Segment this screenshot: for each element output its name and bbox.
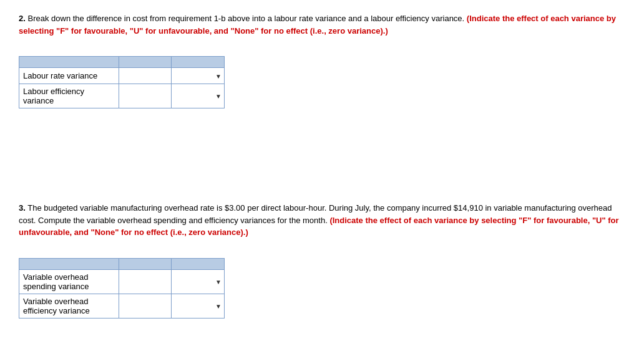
- variable-overhead-spending-label: Variable overhead spending variance: [19, 269, 119, 294]
- labour-efficiency-variance-label: Labour efficiency variance: [19, 84, 119, 108]
- table-header-row: [19, 57, 225, 68]
- question-3-table: Variable overhead spending variance F U …: [19, 258, 225, 318]
- question-2-normal-text: Break down the difference in cost from r…: [26, 14, 467, 23]
- labour-efficiency-variance-input[interactable]: [123, 92, 168, 101]
- question-2-text: 2. Break down the difference in cost fro…: [19, 12, 620, 37]
- table-header-row: [19, 258, 225, 269]
- question-2-block: 2. Break down the difference in cost fro…: [19, 12, 620, 108]
- variable-overhead-spending-select[interactable]: F U None: [175, 277, 220, 286]
- variable-overhead-spending-input[interactable]: [123, 277, 168, 286]
- labour-rate-variance-input[interactable]: [123, 71, 168, 80]
- variable-overhead-spending-effect-cell[interactable]: F U None ▼: [172, 269, 225, 294]
- col-header-label: [19, 258, 119, 269]
- table-row: Labour rate variance F U None ▼: [19, 68, 225, 84]
- labour-efficiency-variance-value-cell[interactable]: [119, 84, 172, 108]
- labour-efficiency-variance-select[interactable]: F U None: [175, 92, 220, 101]
- variable-overhead-efficiency-effect-cell[interactable]: F U None ▼: [172, 294, 225, 318]
- labour-rate-variance-value-cell[interactable]: [119, 68, 172, 84]
- labour-rate-variance-select[interactable]: F U None: [175, 71, 220, 80]
- table-row: Variable overhead spending variance F U …: [19, 269, 225, 294]
- variable-overhead-efficiency-value-cell[interactable]: [119, 294, 172, 318]
- variable-overhead-spending-value-cell[interactable]: [119, 269, 172, 294]
- question-2-number: 2.: [19, 14, 26, 23]
- table-row: Labour efficiency variance F U None ▼: [19, 84, 225, 108]
- question-3-text: 3. The budgeted variable manufacturing o…: [19, 202, 620, 239]
- labour-rate-variance-effect-cell[interactable]: F U None ▼: [172, 68, 225, 84]
- question-3-number: 3.: [19, 203, 26, 213]
- question-3-block: 3. The budgeted variable manufacturing o…: [19, 202, 620, 318]
- col-header-label: [19, 57, 119, 68]
- variable-overhead-efficiency-label: Variable overhead efficiency variance: [19, 294, 119, 318]
- col-header-value: [119, 258, 172, 269]
- col-header-effect: [172, 258, 225, 269]
- table-row: Variable overhead efficiency variance F …: [19, 294, 225, 318]
- col-header-effect: [172, 57, 225, 68]
- col-header-value: [119, 57, 172, 68]
- question-2-table: Labour rate variance F U None ▼ Labour e…: [19, 56, 225, 108]
- variable-overhead-efficiency-select[interactable]: F U None: [175, 301, 220, 310]
- variable-overhead-efficiency-input[interactable]: [123, 301, 168, 310]
- labour-efficiency-variance-effect-cell[interactable]: F U None ▼: [172, 84, 225, 108]
- labour-rate-variance-label: Labour rate variance: [19, 68, 119, 84]
